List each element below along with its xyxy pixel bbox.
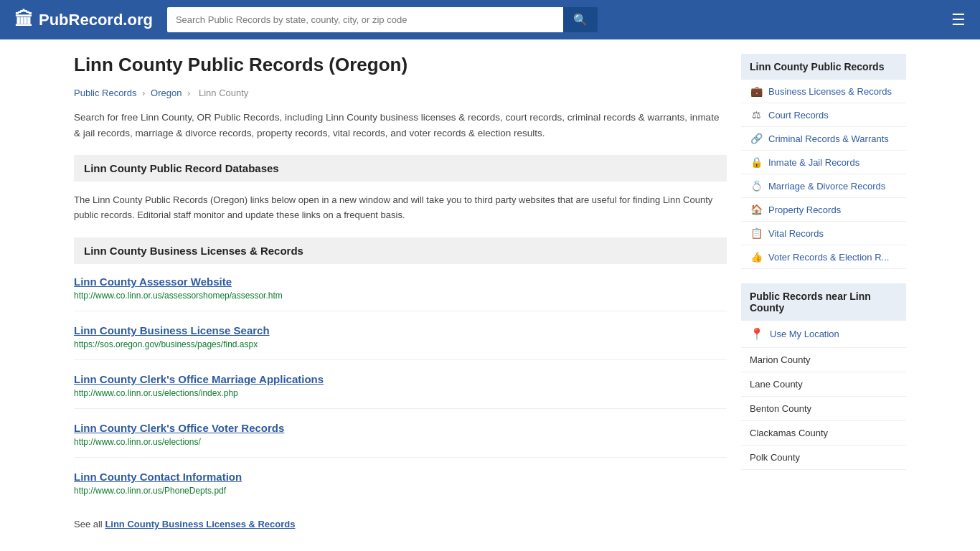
content: Linn County Public Records (Oregon) Publ… xyxy=(74,54,727,529)
record-entry-0: Linn County Assessor Website http://www.… xyxy=(74,276,727,311)
description: Search for free Linn County, OR Public R… xyxy=(74,110,727,141)
logo[interactable]: 🏛 PubRecord.org xyxy=(14,9,153,31)
record-entry-4: Linn County Contact Information http://w… xyxy=(74,471,727,506)
breadcrumb-oregon[interactable]: Oregon xyxy=(151,88,182,98)
sidebar-item-marriage-label: Marriage & Divorce Records xyxy=(768,181,885,192)
header: 🏛 PubRecord.org 🔍 ☰ xyxy=(0,0,980,39)
nearby-title: Public Records near Linn County xyxy=(741,283,906,321)
use-location-label: Use My Location xyxy=(770,329,839,339)
search-button[interactable]: 🔍 xyxy=(563,7,598,32)
sidebar-main-section: Linn County Public Records 💼 Business Li… xyxy=(741,54,906,269)
logo-icon: 🏛 xyxy=(14,9,33,31)
sidebar-item-property-label: Property Records xyxy=(768,204,841,215)
db-description: The Linn County Public Records (Oregon) … xyxy=(74,193,727,223)
sidebar-item-court-label: Court Records xyxy=(768,110,829,121)
record-entry-1: Linn County Business License Search http… xyxy=(74,324,727,360)
record-title-2[interactable]: Linn County Clerk's Office Marriage Appl… xyxy=(74,373,727,385)
record-title-4[interactable]: Linn County Contact Information xyxy=(74,471,727,483)
polk-county-label: Polk County xyxy=(750,452,800,463)
sidebar-item-voter-label: Voter Records & Election R... xyxy=(768,252,889,263)
breadcrumb-sep-2: › xyxy=(187,88,193,98)
sidebar-item-inmate[interactable]: 🔒 Inmate & Jail Records xyxy=(741,151,906,174)
sidebar-item-court[interactable]: ⚖ Court Records xyxy=(741,103,906,127)
lock-icon: 🔒 xyxy=(750,156,763,168)
record-url-1[interactable]: https://sos.oregon.gov/business/pages/fi… xyxy=(74,339,727,349)
databases-section-header: Linn County Public Record Databases xyxy=(74,155,727,182)
record-list: Linn County Assessor Website http://www.… xyxy=(74,276,727,506)
see-all-link[interactable]: Linn County Business Licenses & Records xyxy=(105,519,295,529)
record-title-1[interactable]: Linn County Business License Search xyxy=(74,324,727,336)
sidebar-item-criminal-label: Criminal Records & Warrants xyxy=(768,133,889,144)
breadcrumb-public-records[interactable]: Public Records xyxy=(74,88,136,98)
benton-county-label: Benton County xyxy=(750,403,811,414)
main-container: Linn County Public Records (Oregon) Publ… xyxy=(60,39,920,544)
record-url-3[interactable]: http://www.co.linn.or.us/elections/ xyxy=(74,437,727,447)
business-section-header: Linn County Business Licenses & Records xyxy=(74,237,727,264)
menu-button[interactable]: ☰ xyxy=(951,11,966,29)
page-title: Linn County Public Records (Oregon) xyxy=(74,54,727,76)
record-entry-2: Linn County Clerk's Office Marriage Appl… xyxy=(74,373,727,409)
record-url-2[interactable]: http://www.co.linn.or.us/elections/index… xyxy=(74,388,727,398)
sidebar-item-business[interactable]: 💼 Business Licenses & Records xyxy=(741,80,906,103)
location-icon: 📍 xyxy=(750,327,764,341)
nearby-lane[interactable]: Lane County xyxy=(741,372,906,397)
search-icon: 🔍 xyxy=(573,14,588,26)
sidebar-item-criminal[interactable]: 🔗 Criminal Records & Warrants xyxy=(741,127,906,151)
link-icon: 🔗 xyxy=(750,133,763,144)
nearby-section: Public Records near Linn County 📍 Use My… xyxy=(741,283,906,470)
nearby-marion[interactable]: Marion County xyxy=(741,348,906,372)
briefcase-icon: 💼 xyxy=(750,85,763,97)
thumbsup-icon: 👍 xyxy=(750,251,763,263)
sidebar-item-vital-label: Vital Records xyxy=(768,228,824,239)
search-input[interactable] xyxy=(167,7,563,32)
ring-icon: 💍 xyxy=(750,180,763,192)
breadcrumb: Public Records › Oregon › Linn County xyxy=(74,88,727,98)
record-title-3[interactable]: Linn County Clerk's Office Voter Records xyxy=(74,422,727,434)
see-all: See all Linn County Business Licenses & … xyxy=(74,519,727,529)
sidebar-item-business-label: Business Licenses & Records xyxy=(768,86,892,97)
nearby-benton[interactable]: Benton County xyxy=(741,397,906,421)
sidebar-item-inmate-label: Inmate & Jail Records xyxy=(768,157,859,168)
use-location[interactable]: 📍 Use My Location xyxy=(741,321,906,348)
sidebar-item-vital[interactable]: 📋 Vital Records xyxy=(741,222,906,245)
record-url-4[interactable]: http://www.co.linn.or.us/PhoneDepts.pdf xyxy=(74,486,727,496)
sidebar-main-title: Linn County Public Records xyxy=(741,54,906,80)
scale-icon: ⚖ xyxy=(750,109,763,121)
nearby-clackamas[interactable]: Clackamas County xyxy=(741,421,906,446)
clackamas-county-label: Clackamas County xyxy=(750,428,828,438)
sidebar-item-marriage[interactable]: 💍 Marriage & Divorce Records xyxy=(741,174,906,198)
record-entry-3: Linn County Clerk's Office Voter Records… xyxy=(74,422,727,458)
record-url-0[interactable]: http://www.co.linn.or.us/assessorshomep/… xyxy=(74,291,727,301)
sidebar-item-property[interactable]: 🏠 Property Records xyxy=(741,198,906,222)
nearby-polk[interactable]: Polk County xyxy=(741,446,906,470)
logo-text: PubRecord.org xyxy=(39,11,153,29)
sidebar-item-voter[interactable]: 👍 Voter Records & Election R... xyxy=(741,245,906,269)
breadcrumb-sep-1: › xyxy=(142,88,148,98)
lane-county-label: Lane County xyxy=(750,379,803,390)
breadcrumb-linn-county: Linn County xyxy=(199,88,248,98)
home-icon: 🏠 xyxy=(750,204,763,215)
search-container: 🔍 xyxy=(167,7,598,32)
marion-county-label: Marion County xyxy=(750,354,811,365)
sidebar: Linn County Public Records 💼 Business Li… xyxy=(741,54,906,529)
record-title-0[interactable]: Linn County Assessor Website xyxy=(74,276,727,288)
clipboard-icon: 📋 xyxy=(750,227,763,239)
